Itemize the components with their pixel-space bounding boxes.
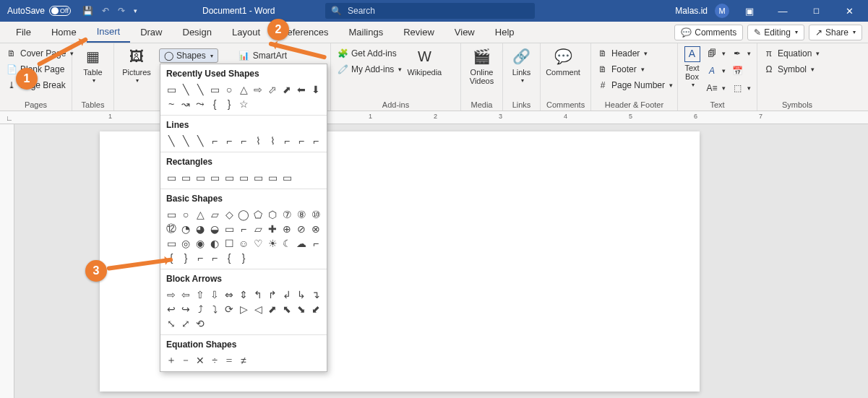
search-box[interactable]: 🔍 xyxy=(325,3,535,19)
shape-glyph[interactable]: ▭ xyxy=(237,171,250,184)
links-button[interactable]: 🔗 Links▾ xyxy=(509,46,534,99)
shape-glyph[interactable]: ↳ xyxy=(295,288,308,301)
shape-glyph[interactable]: ⊘ xyxy=(295,222,308,235)
shape-glyph[interactable]: ↱ xyxy=(266,288,279,301)
shape-glyph[interactable]: ≠ xyxy=(237,354,250,367)
shape-glyph[interactable]: ⌐ xyxy=(194,251,207,264)
shape-glyph[interactable]: ~ xyxy=(165,98,178,111)
tab-layout[interactable]: Layout xyxy=(222,22,270,43)
shape-glyph[interactable]: ◔ xyxy=(179,222,192,235)
page-number-button[interactable]: #Page Number▾ xyxy=(597,78,673,92)
shape-glyph[interactable]: ↴ xyxy=(309,288,322,301)
shape-glyph[interactable]: ⌐ xyxy=(223,134,236,147)
shape-glyph[interactable]: { xyxy=(223,251,236,264)
close-icon[interactable]: ✕ xyxy=(836,0,862,22)
shape-glyph[interactable]: ⌐ xyxy=(295,134,308,147)
shape-glyph[interactable]: ⤴ xyxy=(194,303,207,316)
shape-glyph[interactable]: ⬅ xyxy=(295,83,308,96)
editing-button[interactable]: ✎ Editing ▾ xyxy=(747,25,804,40)
shape-glyph[interactable]: ▭ xyxy=(208,171,221,184)
shape-glyph[interactable]: ↝ xyxy=(179,98,192,111)
shape-glyph[interactable]: ⟳ xyxy=(223,303,236,316)
shape-glyph[interactable]: ◁ xyxy=(252,303,265,316)
shape-glyph[interactable]: ⌐ xyxy=(280,134,293,147)
shape-glyph[interactable]: ▭ xyxy=(194,171,207,184)
shape-glyph[interactable]: △ xyxy=(237,83,250,96)
shape-glyph[interactable]: { xyxy=(208,98,221,111)
shape-glyph[interactable]: ⇨ xyxy=(252,83,265,96)
shapes-basic-row[interactable]: ▭○△▱◇◯⬠⬡⑦⑧⑩⑫◔◕◒▭⌐▱✚⊕⊘⊗▭◎◉◐☐☺♡☀☾☁⌐{}⌐⌐{} xyxy=(160,207,327,269)
shape-glyph[interactable]: ⬋ xyxy=(309,303,322,316)
shapes-rectangles-row[interactable]: ▭▭▭▭▭▭▭▭▭ xyxy=(160,170,327,189)
shape-glyph[interactable]: ▭ xyxy=(266,171,279,184)
shape-glyph[interactable]: ⤢ xyxy=(179,317,192,330)
shape-glyph[interactable]: ▭ xyxy=(165,171,178,184)
shape-glyph[interactable]: ▭ xyxy=(280,171,293,184)
shape-glyph[interactable]: ⤵ xyxy=(208,303,221,316)
shape-glyph[interactable]: ⬀ xyxy=(266,83,279,96)
shape-glyph[interactable]: ⌐ xyxy=(208,134,221,147)
header-button[interactable]: 🗎Header▾ xyxy=(597,46,673,61)
shape-glyph[interactable]: ↪ xyxy=(179,303,192,316)
shape-glyph[interactable]: ⇨ xyxy=(165,288,178,301)
signature-button[interactable]: ✒▾ xyxy=(731,46,751,61)
shape-glyph[interactable]: ⇦ xyxy=(179,288,192,301)
shape-glyph[interactable]: } xyxy=(223,98,236,111)
wordart-button[interactable]: A▾ xyxy=(706,64,726,78)
shape-glyph[interactable]: ↩ xyxy=(165,303,178,316)
shape-glyph[interactable]: ▱ xyxy=(252,222,265,235)
shape-glyph[interactable]: ⤡ xyxy=(165,317,178,330)
object-button[interactable]: ⬚▾ xyxy=(731,81,751,95)
shape-glyph[interactable]: ○ xyxy=(179,208,192,221)
shape-glyph[interactable]: ⬈ xyxy=(280,83,293,96)
shape-glyph[interactable]: ▭ xyxy=(223,222,236,235)
shape-glyph[interactable]: ☀ xyxy=(266,237,279,250)
shape-glyph[interactable]: ⬉ xyxy=(280,303,293,316)
shape-glyph[interactable]: ＝ xyxy=(223,354,236,367)
table-button[interactable]: ▦ Table▾ xyxy=(78,46,108,99)
search-input[interactable] xyxy=(348,6,529,16)
shape-glyph[interactable]: ✕ xyxy=(194,354,207,367)
shape-glyph[interactable]: ◉ xyxy=(194,237,207,250)
maximize-icon[interactable]: ☐ xyxy=(803,0,829,22)
shape-glyph[interactable]: ⊗ xyxy=(309,222,322,235)
undo-icon[interactable]: ↶ xyxy=(102,6,109,16)
shape-glyph[interactable]: ⊕ xyxy=(280,222,293,235)
textbox-button[interactable]: A Text Box▾ xyxy=(684,46,700,99)
shape-glyph[interactable]: ↲ xyxy=(280,288,293,301)
share-button[interactable]: ↗ Share ▾ xyxy=(809,25,862,40)
shape-glyph[interactable]: ☁ xyxy=(295,237,308,250)
qat-dropdown-icon[interactable]: ▾ xyxy=(134,7,137,14)
shape-glyph[interactable]: ↰ xyxy=(252,288,265,301)
shape-glyph[interactable]: ⬠ xyxy=(252,208,265,221)
minimize-icon[interactable]: ― xyxy=(770,0,796,22)
my-addins-button[interactable]: 🧷My Add-ins▾ xyxy=(337,62,402,77)
shape-glyph[interactable]: ╲ xyxy=(165,134,178,147)
pictures-button[interactable]: 🖼 Pictures▾ xyxy=(120,46,153,85)
shape-glyph[interactable]: ☾ xyxy=(280,237,293,250)
shapes-recent-row[interactable]: ▭╲╲▭○△⇨⬀⬈⬅⬇~↝⤳{}☆ xyxy=(160,82,327,115)
shape-glyph[interactable]: ○ xyxy=(223,83,236,96)
shape-glyph[interactable]: ▭ xyxy=(179,171,192,184)
shape-glyph[interactable]: ╲ xyxy=(194,134,207,147)
tab-view[interactable]: View xyxy=(444,22,485,43)
shape-glyph[interactable]: ◯ xyxy=(237,208,250,221)
shape-glyph[interactable]: ⌇ xyxy=(266,134,279,147)
footer-button[interactable]: 🗎Footer▾ xyxy=(597,62,673,77)
shape-glyph[interactable]: ▭ xyxy=(165,208,178,221)
shape-glyph[interactable]: ▭ xyxy=(252,171,265,184)
shape-glyph[interactable]: ◎ xyxy=(179,237,192,250)
shape-glyph[interactable]: △ xyxy=(194,208,207,221)
quick-parts-button[interactable]: 🗐▾ xyxy=(706,46,726,61)
shape-glyph[interactable]: ▭ xyxy=(223,171,236,184)
shape-glyph[interactable]: ⑧ xyxy=(295,208,308,221)
shape-glyph[interactable]: ◇ xyxy=(223,208,236,221)
shape-glyph[interactable]: ▷ xyxy=(237,303,250,316)
shape-glyph[interactable]: ⑫ xyxy=(165,222,178,235)
get-addins-button[interactable]: 🧩Get Add-ins xyxy=(337,46,402,61)
shape-glyph[interactable]: ◕ xyxy=(194,222,207,235)
tab-draw[interactable]: Draw xyxy=(130,22,172,43)
shape-glyph[interactable]: ╲ xyxy=(194,83,207,96)
comment-button[interactable]: 💬 Comment xyxy=(546,46,580,99)
save-icon[interactable]: 💾 xyxy=(82,6,93,16)
